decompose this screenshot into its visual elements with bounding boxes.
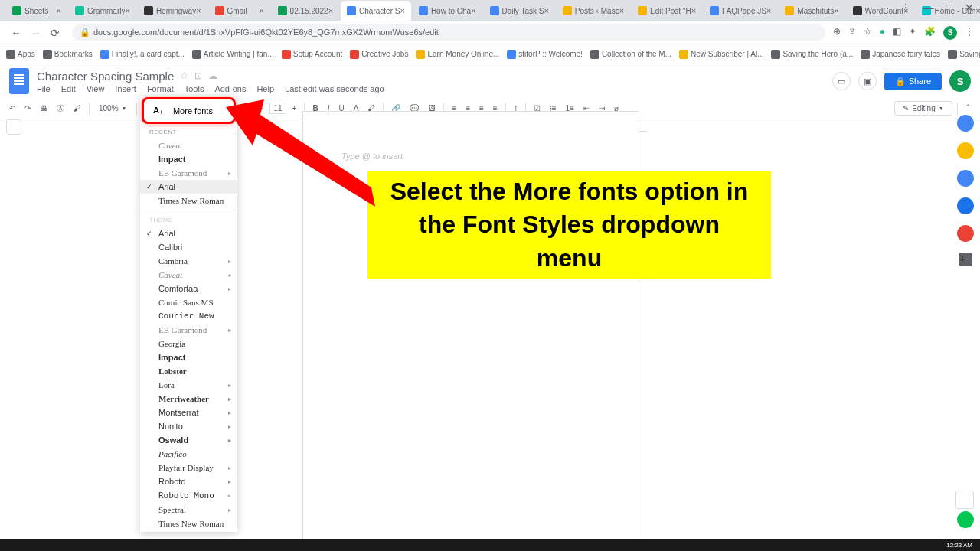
font-option[interactable]: Montserrat (140, 406, 237, 419)
bookmark-item[interactable]: Finally!, a card capt... (100, 50, 185, 59)
grammarly-widget-icon[interactable] (957, 511, 974, 528)
extension-icon-2[interactable]: ◧ (893, 26, 901, 40)
font-option[interactable]: Spectral (140, 503, 237, 517)
maps-addon-icon[interactable] (957, 225, 974, 242)
extensions-icon[interactable]: 🧩 (924, 26, 936, 40)
menu-format[interactable]: Format (147, 84, 174, 93)
outline-toggle-icon[interactable] (6, 119, 21, 135)
window-settings-icon[interactable]: ⋮ (900, 2, 911, 14)
font-option[interactable]: Calibri (140, 240, 237, 254)
font-option[interactable]: Impact (140, 152, 237, 166)
expand-icon[interactable]: ˆ (962, 102, 974, 115)
redo-icon[interactable]: ↷ (21, 102, 34, 115)
menu-insert[interactable]: Insert (115, 84, 136, 93)
share-url-icon[interactable]: ⇪ (848, 26, 856, 40)
font-option[interactable]: Playfair Display (140, 461, 237, 474)
browser-tab[interactable]: 02.15.2022× (272, 1, 340, 21)
font-option[interactable]: Courier New (140, 309, 237, 323)
editing-mode-button[interactable]: ✎ Editing ▼ (894, 101, 952, 116)
bookmark-item[interactable]: Collection of the M... (590, 50, 671, 59)
font-option[interactable]: Impact (140, 350, 237, 364)
browser-tab[interactable]: Edit Post "H× (632, 1, 702, 21)
font-option[interactable]: Pacifico (140, 447, 237, 461)
bookmark-item[interactable]: Saving the Hero (a... (771, 50, 853, 59)
zoom-select[interactable]: 100%▼ (94, 103, 132, 114)
browser-tab[interactable]: Maschituts× (779, 1, 844, 21)
browser-tab[interactable]: Posts ‹ Masc× (557, 1, 630, 21)
font-option[interactable]: Arial (140, 227, 237, 240)
translate-icon[interactable]: ⊕ (833, 26, 841, 40)
doc-title[interactable]: Character Spacing Sample (37, 70, 174, 83)
font-option[interactable]: Roboto (140, 474, 237, 488)
font-option[interactable]: EB Garamond (140, 323, 237, 337)
bookmark-star-icon[interactable]: ☆ (864, 26, 872, 40)
browser-tab[interactable]: FAQPage JS× (704, 1, 777, 21)
account-avatar[interactable]: S (949, 70, 971, 92)
docs-logo-icon[interactable] (9, 68, 29, 94)
font-option[interactable]: Georgia (140, 337, 237, 350)
font-option[interactable]: Oswald (140, 433, 237, 447)
font-option[interactable]: Merriweather (140, 392, 237, 406)
minimize-icon[interactable]: — (923, 2, 934, 14)
bookmark-item[interactable]: Bookmarks (43, 50, 93, 59)
browser-tab[interactable]: Character S× (341, 1, 411, 21)
font-option[interactable]: Roboto Mono (140, 488, 237, 503)
font-option[interactable]: Times New Roman (140, 194, 237, 210)
clock[interactable]: 12:23 AM (946, 542, 972, 549)
font-option[interactable]: Times New Roman (140, 517, 237, 530)
extension-icon-3[interactable]: ✦ (909, 26, 916, 40)
explore-button[interactable] (956, 491, 974, 509)
bookmark-item[interactable]: Earn Money Online... (416, 50, 499, 59)
star-icon[interactable]: ☆ (180, 70, 188, 81)
menu-view[interactable]: View (87, 84, 105, 93)
cloud-icon[interactable]: ☁ (208, 70, 217, 81)
browser-tab[interactable]: Grammarly× (69, 1, 136, 21)
meet-icon[interactable]: ▣ (858, 72, 877, 90)
font-option[interactable]: Caveat (140, 268, 237, 282)
reload-icon[interactable]: ⟳ (46, 27, 64, 39)
spellcheck-icon[interactable]: Ⓐ (54, 101, 67, 116)
more-fonts-button[interactable]: A₊ More fonts (142, 97, 236, 124)
profile-avatar[interactable]: S (943, 26, 957, 40)
undo-icon[interactable]: ↶ (6, 102, 18, 115)
browser-tab[interactable]: How to Cha× (413, 1, 482, 21)
browser-menu-icon[interactable]: ⋮ (965, 26, 974, 40)
bookmark-item[interactable]: Saving the Hero (a... (948, 50, 980, 59)
close-icon[interactable]: ✕ (965, 2, 974, 14)
menu-add-ons[interactable]: Add-ons (214, 84, 246, 93)
browser-tab[interactable]: Gmail× (209, 1, 270, 21)
bookmark-item[interactable]: Japanese fairy tales (861, 50, 940, 59)
bookmark-item[interactable]: Setup Account (282, 50, 343, 59)
menu-edit[interactable]: Edit (61, 84, 76, 93)
forward-icon[interactable]: → (26, 27, 46, 39)
browser-tab[interactable]: Daily Task S× (484, 1, 555, 21)
menu-help[interactable]: Help (256, 84, 274, 93)
contacts-addon-icon[interactable] (957, 197, 974, 214)
font-option[interactable]: Lobster (140, 364, 237, 378)
font-option[interactable]: Nunito (140, 419, 237, 433)
back-icon[interactable]: ← (6, 27, 26, 39)
get-addons-icon[interactable]: + (959, 253, 972, 266)
font-option[interactable]: Trebuchet MS (140, 530, 237, 532)
font-option[interactable]: EB Garamond (140, 166, 237, 180)
keep-addon-icon[interactable] (957, 142, 974, 159)
edit-history[interactable]: Last edit was seconds ago (285, 84, 384, 93)
font-option[interactable]: Caveat (140, 139, 237, 152)
font-option[interactable]: Lora (140, 378, 237, 392)
move-icon[interactable]: ⊡ (194, 70, 202, 81)
bookmark-item[interactable]: Article Writing | fan... (192, 50, 274, 59)
print-icon[interactable]: 🖶 (37, 102, 51, 115)
font-option[interactable]: Comic Sans MS (140, 295, 237, 309)
font-option[interactable]: Cambria (140, 254, 237, 268)
share-button[interactable]: 🔒 Share (884, 73, 942, 90)
comments-icon[interactable]: ▭ (832, 72, 851, 90)
url-input[interactable]: 🔒docs.google.com/document/d/1SnxVpFfGi-u… (72, 24, 825, 41)
bookmark-item[interactable]: Apps (6, 50, 35, 59)
bookmark-item[interactable]: stiforP :: Welcome! (507, 50, 583, 59)
calendar-addon-icon[interactable] (957, 115, 974, 132)
browser-tab[interactable]: Sheets× (6, 1, 67, 21)
bookmark-item[interactable]: Creative Jobs (350, 50, 408, 59)
paint-format-icon[interactable]: 🖌 (70, 102, 84, 115)
menu-tools[interactable]: Tools (185, 84, 204, 93)
bookmark-item[interactable]: New Subscriber | Al... (679, 50, 763, 59)
